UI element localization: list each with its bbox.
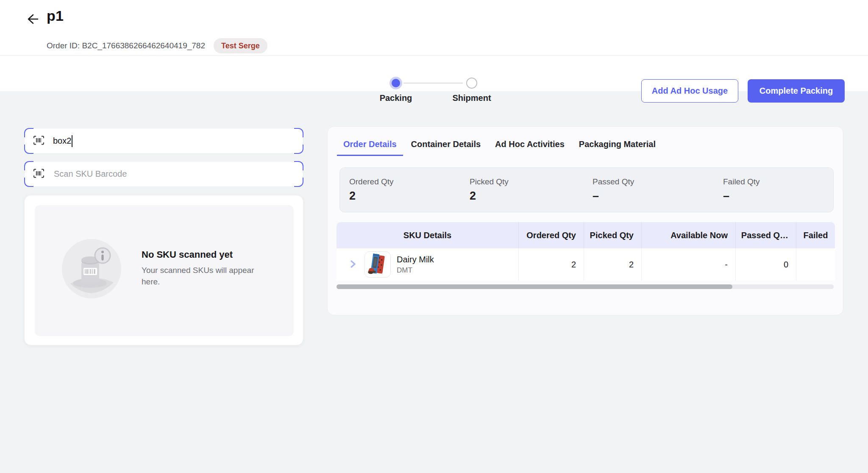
scan-corner [294, 128, 303, 137]
col-failed-qty: Failed [796, 222, 835, 248]
order-info-row: Order ID: B2C_1766386266462640419_782 Te… [47, 38, 267, 53]
col-sku-details: SKU Details [337, 222, 519, 248]
qty-summary-panel: Ordered Qty 2 Picked Qty 2 Passed Qty – … [339, 167, 834, 212]
packing-page: p1 Order ID: B2C_1766386266462640419_782… [0, 0, 868, 473]
step-circle-shipment [466, 78, 477, 89]
summary-failed-qty: Failed Qty – [714, 177, 833, 203]
step-label-packing: Packing [362, 93, 430, 103]
empty-jar-illustration [62, 239, 121, 298]
cell-failed-qty [796, 248, 835, 281]
scan-box-barcode-input[interactable]: box2 [24, 128, 303, 154]
horizontal-scrollbar-track[interactable] [337, 284, 834, 289]
cell-picked-qty: 2 [584, 248, 642, 281]
order-detail-panel: Order Details Container Details Ad Hoc A… [327, 126, 843, 315]
cell-passed-qty: 0 [736, 248, 796, 281]
tab-order-details[interactable]: Order Details [337, 139, 403, 156]
tab-ad-hoc-activities[interactable]: Ad Hoc Activities [489, 139, 571, 156]
product-thumbnail [364, 251, 391, 278]
box-barcode-value: box2 [53, 136, 71, 146]
col-passed-qty: Passed Q… [736, 222, 796, 248]
scan-corner [24, 145, 33, 154]
arrow-left-icon [25, 22, 40, 28]
detail-tabs: Order Details Container Details Ad Hoc A… [337, 139, 662, 156]
empty-state-title: No SKU scanned yet [142, 249, 267, 260]
page-header: p1 Order ID: B2C_1766386266462640419_782… [0, 0, 868, 91]
sku-table-header: SKU Details Ordered Qty Picked Qty Avail… [337, 222, 835, 248]
col-ordered-qty: Ordered Qty [519, 222, 584, 248]
scan-corner [24, 178, 33, 187]
product-sku-code: DMT [397, 266, 434, 275]
empty-state-panel: No SKU scanned yet Your scanned SKUs wil… [35, 205, 294, 336]
horizontal-scrollbar-thumb[interactable] [337, 284, 732, 289]
barcode-icon [33, 168, 45, 180]
step-dot-packing [392, 79, 400, 87]
scan-corner [294, 178, 303, 187]
header-divider [0, 55, 868, 56]
col-picked-qty: Picked Qty [584, 222, 642, 248]
status-badge: Test Serge [214, 38, 267, 53]
summary-passed-qty: Passed Qty – [583, 177, 714, 203]
sku-details-cell: Dairy Milk DMT [337, 248, 519, 281]
table-row[interactable]: Dairy Milk DMT 2 2 - 0 [337, 248, 835, 281]
scan-corner [24, 161, 33, 170]
step-label-shipment: Shipment [438, 93, 506, 103]
scan-sku-barcode-field[interactable] [24, 161, 303, 187]
scan-sku-input[interactable] [53, 169, 295, 179]
scan-corner [294, 145, 303, 154]
summary-picked-qty: Picked Qty 2 [460, 177, 583, 203]
tab-container-details[interactable]: Container Details [405, 139, 487, 156]
add-ad-hoc-usage-button[interactable]: Add Ad Hoc Usage [641, 79, 738, 103]
text-caret [72, 135, 72, 147]
sku-table: SKU Details Ordered Qty Picked Qty Avail… [337, 222, 835, 281]
page-title: p1 [47, 8, 64, 24]
col-available-now: Available Now [642, 222, 736, 248]
row-expander-button[interactable] [349, 260, 359, 269]
cell-ordered-qty: 2 [519, 248, 584, 281]
scan-corner [294, 161, 303, 170]
cell-available-now: - [642, 248, 736, 281]
back-button[interactable] [24, 11, 41, 28]
scan-corner [24, 128, 33, 137]
barcode-icon [33, 135, 45, 147]
step-connector [403, 83, 463, 83]
scanned-sku-card: No SKU scanned yet Your scanned SKUs wil… [24, 195, 303, 345]
summary-ordered-qty: Ordered Qty 2 [340, 177, 460, 203]
tab-packaging-material[interactable]: Packaging Material [573, 139, 662, 156]
chevron-right-icon [349, 259, 357, 270]
empty-state-text: No SKU scanned yet Your scanned SKUs wil… [142, 249, 267, 287]
order-id-text: Order ID: B2C_1766386266462640419_782 [47, 41, 205, 50]
empty-state-body: Your scanned SKUs will appear here. [142, 264, 267, 287]
product-name: Dairy Milk [397, 255, 434, 264]
complete-packing-button[interactable]: Complete Packing [748, 79, 845, 103]
product-text: Dairy Milk DMT [397, 255, 434, 275]
